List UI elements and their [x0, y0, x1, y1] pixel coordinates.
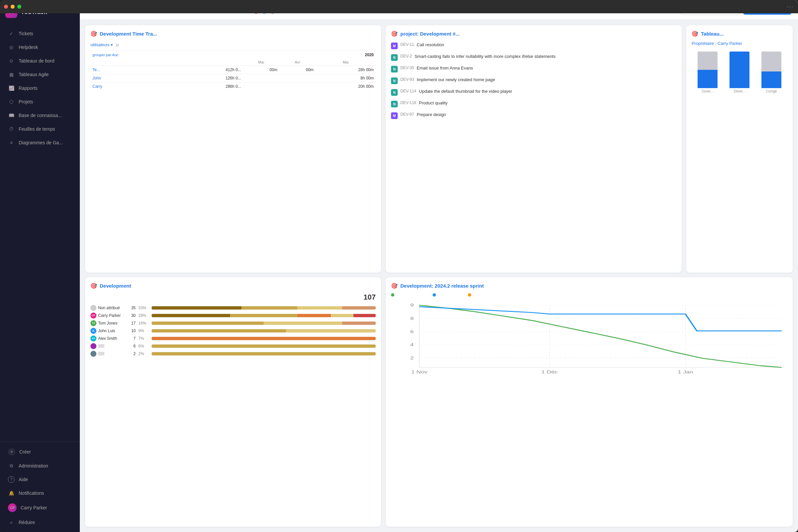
close-button[interactable] [4, 5, 8, 8]
list-item[interactable]: JL John Luis 10 9% [91, 328, 376, 334]
dev-pct: 9% [138, 328, 149, 333]
dev-bar [152, 306, 376, 309]
list-item[interactable]: Non attribué 35 33% [91, 305, 376, 311]
svg-text:1 Jan: 1 Jan [678, 369, 693, 374]
sidebar-item-aide[interactable]: ? Aide [3, 473, 77, 486]
widget-issues-header: 🎯 project: Development #... [391, 31, 676, 37]
widget-tableau-title[interactable]: Tableau... [701, 31, 723, 37]
table-row[interactable]: Te... 412h 0... 00m 00m 28h 00m [91, 66, 376, 74]
dev-count: 7 [126, 336, 136, 341]
widget-sprint-title[interactable]: Development: 2024.2 release sprint [400, 283, 484, 289]
issue-id: DEV-114 [400, 89, 416, 93]
widget-dev-title[interactable]: Development [100, 283, 131, 289]
bar-label-1: Ouver... [702, 90, 713, 93]
dev-bar [152, 352, 376, 356]
widget-time-icon: 🎯 [91, 31, 97, 37]
dev-pct: 16% [138, 321, 149, 325]
widget-dev-header: 🎯 Development [91, 283, 376, 289]
main-content: ... / Development dashboard ▾ ··· Partag… [80, 0, 798, 532]
bar-bottom-1 [698, 70, 718, 88]
dev-bar [152, 344, 376, 348]
sidebar-item-tickets[interactable]: ✓ Tickets [3, 27, 77, 40]
widget-time-title[interactable]: Development Time Tra... [100, 31, 157, 37]
dev-pct: 6% [138, 344, 149, 348]
time-filter-users[interactable]: utilisateurs ▾ [91, 42, 113, 47]
dev-assignee: ······· [91, 343, 124, 349]
dev-bar [152, 322, 376, 325]
list-item[interactable]: N DEV-116 Product quality [391, 99, 676, 109]
sidebar-item-rapports[interactable]: 📈 Rapports [3, 81, 77, 95]
notifications-icon: 🔔 [8, 490, 15, 496]
dev-count: 30 [126, 313, 136, 318]
sidebar-item-base[interactable]: 📖 Base de connaissa... [3, 109, 77, 122]
dev-pct: 7% [138, 336, 149, 341]
dev-assignee: TJ Tom Jones [91, 320, 124, 326]
col-avr: Avr [279, 59, 316, 66]
sidebar-item-administration[interactable]: ⚙ Administration [3, 459, 77, 473]
sidebar-label-tableaux: Tableaux de bord [19, 58, 54, 63]
sidebar-item-agile[interactable]: ▦ Tableaux Agile [3, 68, 77, 81]
sidebar-label-projets: Projets [19, 99, 33, 104]
widget-dev-icon: 🎯 [91, 283, 97, 289]
svg-text:4: 4 [410, 342, 414, 347]
sidebar-label-notifications: Notifications [19, 491, 44, 496]
collapse-icon: « [8, 519, 15, 526]
list-item[interactable]: TJ Tom Jones 17 16% [91, 320, 376, 326]
issue-id: DEV-93 [400, 77, 414, 82]
owner-name[interactable]: Carry Parker [718, 41, 742, 46]
maximize-button[interactable] [17, 5, 21, 8]
window-menu[interactable]: ··· [787, 3, 794, 10]
issue-list: M DEV-11 Call resolution N DEV-2 Smart-c… [391, 41, 676, 120]
list-item[interactable]: M DEV-11 Call resolution [391, 41, 676, 51]
sidebar-item-tableaux[interactable]: ⊙ Tableaux de bord [3, 54, 77, 68]
list-item[interactable]: N DEV-2 Smart-casting fails to infer nul… [391, 53, 676, 62]
minimize-button[interactable] [11, 5, 15, 8]
list-item[interactable]: N DEV-30 Email issue from Anna Evans [391, 64, 676, 74]
table-row[interactable]: John 126h 0... 8h 00m [91, 74, 376, 82]
dev-total: 107 [363, 293, 376, 302]
bar-top-1 [698, 52, 718, 70]
issue-badge: N [391, 77, 398, 84]
table-row[interactable]: Carry 286h 0... 20h 00m [91, 82, 376, 91]
sidebar-item-notifications[interactable]: 🔔 Notifications [3, 487, 77, 500]
dev-count: 6 [126, 344, 136, 348]
sidebar-item-feuilles[interactable]: ⏱ Feuilles de temps [3, 122, 77, 136]
dev-pct: 33% [138, 306, 149, 310]
year-header: 2020 [243, 51, 376, 59]
aide-icon: ? [8, 476, 15, 483]
issue-id: DEV-116 [400, 100, 416, 105]
issue-id: DEV-30 [400, 65, 414, 70]
sidebar-item-creer[interactable]: + Créer [3, 445, 77, 459]
list-item[interactable]: ······· 2 2% [91, 351, 376, 357]
svg-text:1 Déc: 1 Déc [541, 369, 557, 374]
rapports-icon: 📈 [8, 85, 15, 92]
list-item[interactable]: CP Carry Parker 30 28% [91, 312, 376, 319]
list-item[interactable]: N DEV-114 Update the default thumbnail f… [391, 88, 676, 97]
sidebar-label-aide: Aide [19, 477, 28, 482]
widget-time-header: 🎯 Development Time Tra... [91, 31, 376, 37]
list-item[interactable]: N DEV-93 Implement our newly created hom… [391, 76, 676, 86]
dev-assignee: JL John Luis [91, 328, 124, 334]
sidebar-item-projets[interactable]: ⬡ Projets [3, 95, 77, 108]
tableaux-icon: ⊙ [8, 58, 15, 64]
admin-icon: ⚙ [8, 462, 15, 469]
legend-remaining: Travail restant [433, 293, 462, 298]
issue-id: DEV-11 [400, 42, 414, 47]
dev-filter[interactable]: All ▾ [91, 294, 100, 300]
col-mar: Mar [243, 59, 279, 66]
list-item[interactable]: ······· 6 6% [91, 343, 376, 349]
issue-badge: N [391, 54, 398, 61]
svg-text:6: 6 [410, 329, 414, 334]
dev-count: 2 [126, 352, 136, 356]
widget-issues-title[interactable]: project: Development #... [400, 31, 459, 37]
list-item[interactable]: AS Alex Smith 7 7% [91, 336, 376, 341]
list-item[interactable]: M DEV-97 Prepare design [391, 111, 676, 120]
sidebar-item-profile[interactable]: CP Carry Parker [3, 500, 77, 515]
dev-bar [152, 314, 376, 317]
widget-sprint-icon: 🎯 [391, 283, 398, 289]
helpdesk-icon: ◎ [8, 44, 15, 51]
sidebar-item-helpdesk[interactable]: ◎ Helpdesk [3, 41, 77, 54]
sidebar-item-diagrammes[interactable]: ≡ Diagrammes de Ga... [3, 136, 77, 149]
time-filter-label: utilisateurs [91, 42, 109, 47]
sidebar-item-collapse[interactable]: « Réduire [3, 516, 77, 529]
